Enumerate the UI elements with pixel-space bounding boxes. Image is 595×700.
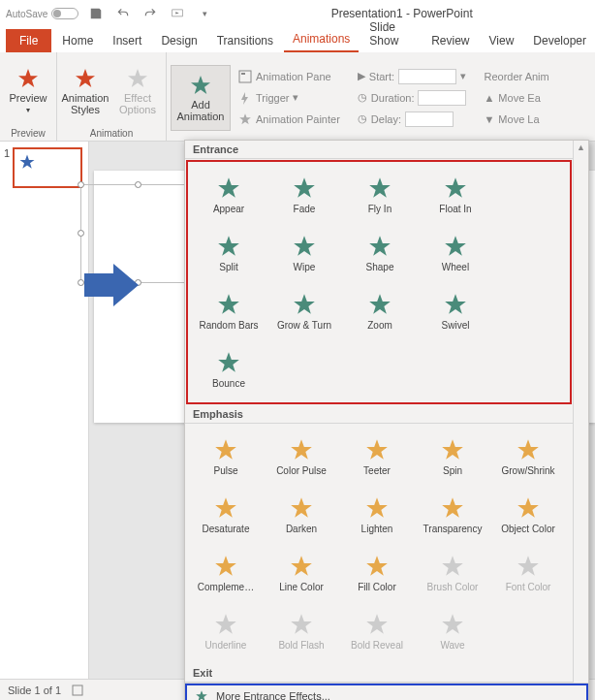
start-from-beginning-icon[interactable] — [168, 4, 187, 23]
tab-transitions[interactable]: Transitions — [208, 29, 282, 52]
effect-compleme-[interactable]: Compleme… — [188, 544, 264, 602]
ribbon: Preview ▾ Preview Animation Styles Effec… — [0, 52, 595, 142]
effect-font-color: Font Color — [490, 544, 566, 602]
effect-line-color[interactable]: Line Color — [264, 544, 339, 602]
svg-rect-2 — [241, 73, 245, 75]
add-animation-gallery: Entrance AppearFadeFly InFloat InSplitWi… — [184, 140, 589, 700]
effect-lighten[interactable]: Lighten — [339, 486, 415, 544]
effect-wave: Wave — [415, 602, 490, 660]
delay-input[interactable] — [405, 111, 454, 127]
tab-insert[interactable]: Insert — [104, 29, 150, 52]
animation-painter-button[interactable]: Animation Painter — [235, 110, 344, 129]
tab-design[interactable]: Design — [152, 29, 205, 52]
effect-zoom[interactable]: Zoom — [342, 282, 418, 340]
ribbon-tabs: File Home Insert Design Transitions Anim… — [0, 27, 595, 52]
move-earlier-button[interactable]: ▲ Move Ea — [480, 88, 552, 108]
effect-transparency[interactable]: Transparency — [415, 486, 490, 544]
effect-wheel[interactable]: Wheel — [418, 224, 493, 282]
autosave-toggle[interactable]: AutoSave — [6, 8, 78, 19]
qat-customize-icon[interactable]: ▾ — [195, 4, 214, 23]
effect-spin[interactable]: Spin — [415, 428, 490, 486]
effect-options-button: Effect Options — [113, 58, 162, 124]
effect-object-color[interactable]: Object Color — [490, 486, 566, 544]
slide-count: Slide 1 of 1 — [8, 684, 61, 696]
add-animation-button[interactable]: Add Animation — [171, 65, 231, 131]
effect-appear[interactable]: Appear — [191, 166, 266, 224]
effect-fill-color[interactable]: Fill Color — [339, 544, 415, 602]
start-input[interactable] — [398, 69, 456, 84]
effect-swivel[interactable]: Swivel — [418, 282, 493, 340]
effect-grow-shrink[interactable]: Grow/Shrink — [490, 428, 566, 486]
slide-thumbnail-1[interactable] — [13, 147, 82, 188]
start-dropdown[interactable]: ▶ Start: ▾ — [354, 67, 471, 86]
arrow-shape[interactable] — [84, 264, 139, 306]
effect-brush-color: Brush Color — [415, 544, 490, 602]
effect-bold-flash: Bold Flash — [264, 602, 339, 660]
duration-field[interactable]: ◷ Duration: — [354, 88, 471, 108]
effect-bold-reveal: Bold Reveal — [339, 602, 415, 660]
effect-fly-in[interactable]: Fly In — [342, 166, 418, 224]
preview-button[interactable]: Preview ▾ — [4, 58, 52, 124]
entrance-header: Entrance — [185, 141, 573, 159]
animation-pane-button[interactable]: Animation Pane — [235, 67, 344, 86]
duration-input[interactable] — [418, 90, 466, 106]
effect-darken[interactable]: Darken — [264, 486, 339, 544]
tab-file[interactable]: File — [6, 29, 51, 52]
move-later-button[interactable]: ▼ Move La — [480, 110, 552, 129]
effect-shape[interactable]: Shape — [342, 224, 418, 282]
trigger-button[interactable]: Trigger ▾ — [235, 88, 344, 108]
effect-color-pulse[interactable]: Color Pulse — [264, 428, 339, 486]
group-label-animation: Animation — [61, 127, 162, 141]
svg-rect-1 — [239, 71, 251, 82]
effect-random-bars[interactable]: Random Bars — [191, 282, 266, 340]
redo-icon[interactable] — [141, 4, 160, 23]
effect-grow-turn[interactable]: Grow & Turn — [266, 282, 342, 340]
svg-rect-4 — [73, 685, 82, 695]
effect-underline: Underline — [188, 602, 264, 660]
gallery-scrollbar[interactable]: ▲ — [573, 141, 588, 683]
effect-wipe[interactable]: Wipe — [266, 224, 342, 282]
tab-home[interactable]: Home — [53, 29, 102, 52]
slide-number: 1 — [4, 147, 10, 188]
tab-animations[interactable]: Animations — [284, 27, 359, 52]
effect-float-in[interactable]: Float In — [418, 166, 493, 224]
effect-split[interactable]: Split — [191, 224, 266, 282]
delay-field[interactable]: ◷ Delay: — [354, 110, 471, 129]
tab-view[interactable]: View — [481, 29, 523, 52]
reorder-label: Reorder Anim — [480, 67, 552, 86]
effect-desaturate[interactable]: Desaturate — [188, 486, 264, 544]
exit-header: Exit — [185, 664, 573, 683]
notes-icon[interactable] — [71, 684, 84, 697]
effect-teeter[interactable]: Teeter — [339, 428, 415, 486]
more-entrance-effects[interactable]: More Entrance Effects... — [185, 684, 588, 700]
animation-styles-button[interactable]: Animation Styles — [61, 58, 110, 124]
undo-icon[interactable] — [113, 4, 133, 23]
title-bar: AutoSave ▾ Presentation1 - PowerPoint — [0, 0, 595, 27]
tab-review[interactable]: Review — [423, 29, 478, 52]
effect-pulse[interactable]: Pulse — [188, 428, 264, 486]
tab-developer[interactable]: Developer — [524, 29, 595, 52]
group-label-preview: Preview — [4, 127, 52, 141]
effect-bounce[interactable]: Bounce — [191, 340, 266, 398]
slide-thumbnail-panel: 1 — [0, 142, 89, 679]
emphasis-header: Emphasis — [185, 405, 573, 424]
save-icon[interactable] — [86, 4, 106, 23]
effect-fade[interactable]: Fade — [266, 166, 342, 224]
tab-slideshow[interactable]: Slide Show — [360, 16, 421, 52]
